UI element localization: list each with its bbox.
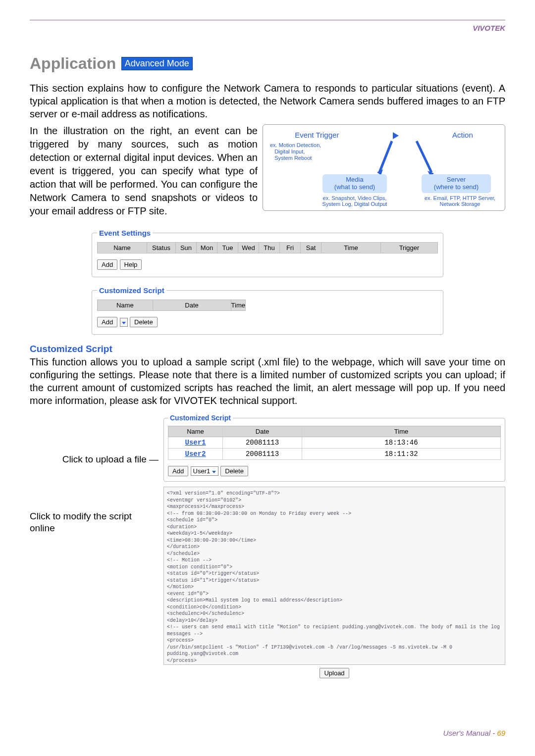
brand-label: VIVOTEK xyxy=(473,24,505,32)
table-row: User2 20081113 18:11:32 xyxy=(168,449,501,460)
page-heading: Application xyxy=(30,54,116,73)
modify-callout: Click to modify the script online xyxy=(30,510,159,535)
intro-paragraph: This section explains how to configure t… xyxy=(30,82,505,120)
add-script-button[interactable]: Add xyxy=(97,317,117,327)
media-box: Media (what to send) xyxy=(322,174,387,193)
action-label: Action xyxy=(452,131,473,139)
user-link[interactable]: User2 xyxy=(185,450,206,458)
chevron-down-icon xyxy=(122,322,126,324)
customized-script-legend: Customized Script xyxy=(97,286,166,295)
media-examples: ex. Snapshot, Video Clips, System Log, D… xyxy=(313,195,397,207)
demo-script-panel: Customized Script Name Date Time User1 2… xyxy=(163,414,505,482)
xml-editor[interactable]: <?xml version="1.0" encoding="UTF-8"?> <… xyxy=(163,487,505,665)
event-settings-legend: Event Settings xyxy=(97,229,153,237)
side-paragraph: In the illustration on the right, an eve… xyxy=(30,124,258,218)
user-link[interactable]: User1 xyxy=(185,439,206,447)
event-table-header: Name Status Sun Mon Tue Wed Thu Fri Sat … xyxy=(97,242,438,253)
demo-script-legend: Customized Script xyxy=(168,414,233,422)
server-box: Server (where to send) xyxy=(422,174,491,193)
event-settings-panel: Event Settings Name Status Sun Mon Tue W… xyxy=(92,229,443,277)
play-icon xyxy=(393,132,399,139)
help-button[interactable]: Help xyxy=(120,259,142,270)
customized-script-text: This function allows you to upload a sam… xyxy=(30,355,505,407)
event-action-diagram: Event Trigger Action ex. Motion Detectio… xyxy=(263,124,505,211)
upload-callout: Click to upload a file — xyxy=(30,454,159,466)
svg-line-2 xyxy=(417,141,431,172)
script-select[interactable]: User1 xyxy=(191,466,218,476)
script-dropdown[interactable] xyxy=(120,318,128,327)
script-table-header: Name Date Time xyxy=(97,300,246,311)
server-examples: ex. Email, FTP, HTTP Server, Network Sto… xyxy=(422,195,498,207)
chevron-down-icon xyxy=(212,471,216,473)
demo-add-button[interactable]: Add xyxy=(168,466,188,476)
svg-line-0 xyxy=(379,141,392,172)
customized-script-panel: Customized Script Name Date Time Add Del… xyxy=(92,286,443,335)
table-row: User1 20081113 18:13:46 xyxy=(168,437,501,449)
demo-table-header: Name Date Time xyxy=(168,426,501,437)
demo-delete-button[interactable]: Delete xyxy=(220,466,248,476)
footer: User's Manual - 69 xyxy=(443,729,505,737)
event-trigger-label: Event Trigger xyxy=(295,131,339,139)
upload-button[interactable]: Upload xyxy=(320,668,349,678)
advanced-mode-badge: Advanced Mode xyxy=(121,57,193,70)
arrow-icon xyxy=(377,139,486,176)
delete-script-button[interactable]: Delete xyxy=(130,317,158,327)
customized-script-heading: Customized Script xyxy=(30,344,505,354)
add-event-button[interactable]: Add xyxy=(97,259,117,270)
